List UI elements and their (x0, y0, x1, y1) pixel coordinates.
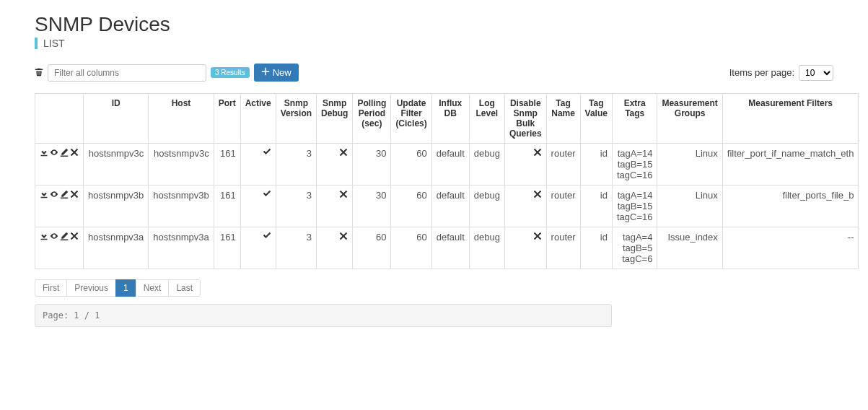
cell-id: hostsnmpv3c (84, 144, 149, 186)
page-1[interactable]: 1 (115, 279, 136, 297)
cell-influx: default (431, 227, 469, 269)
col-influx[interactable]: Influx DB (431, 94, 469, 144)
col-snmp-debug[interactable]: Snmp Debug (317, 94, 353, 144)
cell-port: 161 (214, 186, 240, 227)
edit-icon[interactable] (60, 232, 69, 243)
cell-log: debug (469, 186, 504, 227)
row-actions (35, 186, 84, 227)
cell-log: debug (469, 144, 504, 186)
col-snmp-version[interactable]: Snmp Version (276, 94, 316, 144)
extra-tag: tagA=14 (617, 190, 653, 201)
delete-icon[interactable] (70, 190, 79, 201)
cell-polling: 30 (353, 144, 391, 186)
col-polling[interactable]: Polling Period (sec) (353, 94, 391, 144)
items-per-page-select[interactable]: 10 (799, 65, 833, 81)
col-log[interactable]: Log Level (469, 94, 504, 144)
view-icon[interactable] (50, 232, 58, 243)
cell-polling: 60 (353, 227, 391, 269)
cell-tag-value: id (580, 144, 612, 186)
extra-tag: tagA=4 (617, 232, 653, 243)
col-update-filter[interactable]: Update Filter (Cicles) (391, 94, 431, 144)
extra-tag: tagC=16 (617, 211, 653, 222)
extra-tag: tagC=16 (617, 170, 653, 180)
page-last[interactable]: Last (168, 279, 201, 297)
cell-extra-tags: tagA=14tagB=15tagC=16 (612, 186, 657, 227)
table-row: hostsnmpv3chostsnmpv3c16133060defaultdeb… (35, 144, 859, 186)
row-actions (35, 144, 84, 186)
plus-icon (261, 67, 270, 78)
row-actions (35, 227, 84, 269)
col-meas-groups[interactable]: Measurement Groups (657, 94, 722, 144)
cell-update-filter: 60 (391, 227, 431, 269)
delete-icon[interactable] (70, 148, 79, 159)
export-icon[interactable] (40, 232, 48, 243)
view-icon[interactable] (50, 190, 58, 201)
cell-extra-tags: tagA=4tagB=5tagC=6 (612, 227, 657, 269)
page-first[interactable]: First (35, 279, 67, 297)
cell-update-filter: 60 (391, 144, 431, 186)
col-host[interactable]: Host (149, 94, 214, 144)
cell-tag-name: router (546, 186, 580, 227)
cell-port: 161 (214, 227, 240, 269)
cell-influx: default (431, 186, 469, 227)
cell-id: hostsnmpv3b (84, 186, 149, 227)
col-tag-name[interactable]: Tag Name (546, 94, 580, 144)
new-button-label: New (273, 67, 291, 78)
cell-update-filter: 60 (391, 186, 431, 227)
items-per-page-label: Items per page: (729, 67, 794, 78)
col-tag-value[interactable]: Tag Value (580, 94, 612, 144)
cell-tag-name: router (546, 227, 580, 269)
page-subtitle: LIST (35, 38, 833, 49)
cell-polling: 30 (353, 186, 391, 227)
cell-influx: default (431, 144, 469, 186)
cell-meas-filters: -- (722, 227, 859, 269)
cell-meas-filters: filter_port_if_name_match_eth (722, 144, 859, 186)
export-icon[interactable] (40, 148, 48, 159)
cell-snmp-debug (317, 186, 353, 227)
cell-active (240, 186, 276, 227)
trash-icon[interactable] (35, 67, 43, 79)
col-meas-filters[interactable]: Measurement Filters (722, 94, 859, 144)
cell-host: hostsnmpv3c (149, 144, 214, 186)
cell-active (240, 144, 276, 186)
page-prev[interactable]: Previous (66, 279, 116, 297)
cell-meas-filters: filter_ports_file_b (722, 186, 859, 227)
cell-log: debug (469, 227, 504, 269)
results-badge: 3 Results (211, 67, 250, 78)
cell-tag-value: id (580, 186, 612, 227)
filter-input[interactable] (48, 64, 206, 82)
extra-tag: tagB=15 (617, 201, 653, 211)
col-id[interactable]: ID (84, 94, 149, 144)
extra-tag: tagC=6 (617, 253, 653, 264)
export-icon[interactable] (40, 190, 48, 201)
edit-icon[interactable] (60, 190, 69, 201)
page-next[interactable]: Next (136, 279, 170, 297)
col-active[interactable]: Active (240, 94, 276, 144)
extra-tag: tagB=15 (617, 159, 653, 170)
edit-icon[interactable] (60, 148, 69, 159)
new-button[interactable]: New (254, 64, 299, 82)
view-icon[interactable] (50, 148, 58, 159)
page-title: SNMP Devices (35, 13, 833, 36)
cell-meas-groups: Issue_index (657, 227, 722, 269)
cell-id: hostsnmpv3a (84, 227, 149, 269)
col-extra-tags[interactable]: Extra Tags (612, 94, 657, 144)
cell-host: hostsnmpv3a (149, 227, 214, 269)
delete-icon[interactable] (70, 232, 79, 243)
col-disable-bulk[interactable]: Disable Snmp Bulk Queries (504, 94, 546, 144)
cell-active (240, 227, 276, 269)
cell-tag-value: id (580, 227, 612, 269)
col-port[interactable]: Port (214, 94, 240, 144)
cell-tag-name: router (546, 144, 580, 186)
page-status: Page: 1 / 1 (35, 304, 612, 327)
pagination: First Previous 1 Next Last (35, 279, 833, 297)
cell-snmp-version: 3 (276, 227, 316, 269)
col-actions (35, 94, 84, 144)
cell-snmp-debug (317, 227, 353, 269)
cell-host: hostsnmpv3b (149, 186, 214, 227)
cell-port: 161 (214, 144, 240, 186)
cell-meas-groups: Linux (657, 144, 722, 186)
cell-disable-bulk (504, 186, 546, 227)
cell-disable-bulk (504, 144, 546, 186)
cell-snmp-debug (317, 144, 353, 186)
